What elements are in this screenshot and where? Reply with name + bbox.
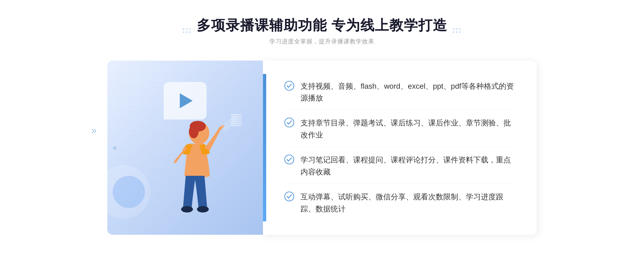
feature-item-3: 学习笔记回看、课程提问、课程评论打分、课件资料下载，重点内容收藏	[284, 149, 515, 184]
feature-text-2: 支持章节目录、弹题考试、课后练习、课后作业、章节测验、批改作业	[301, 117, 515, 141]
svg-point-6	[285, 118, 294, 127]
main-title: 多项录播课辅助功能 专为线上教学打造	[197, 16, 447, 35]
person-figure	[151, 106, 237, 235]
feature-item-1: 支持视频、音频、flash、word、excel、ppt、pdf等各种格式的资源…	[284, 75, 515, 110]
feature-item-2: 支持章节目录、弹题考试、课后练习、课后作业、章节测验、批改作业	[284, 112, 515, 147]
blue-connector-bar	[263, 74, 266, 221]
check-icon-4	[284, 192, 294, 201]
svg-point-4	[197, 206, 209, 212]
right-decorator	[453, 28, 461, 33]
content-area: « 支持视频、音频、flash、word、excel、ppt、pdf等各种格式的…	[107, 61, 537, 235]
feature-text-3: 学习笔记回看、课程提问、课程评论打分、课件资料下载，重点内容收藏	[301, 154, 515, 178]
svg-point-3	[181, 206, 193, 212]
left-decorator	[183, 28, 191, 33]
svg-point-7	[285, 155, 294, 164]
page-wrapper: 多项录播课辅助功能 专为线上教学打造 学习进度全掌握，提升录播课教学效果 »	[0, 0, 644, 261]
header-text-group: 多项录播课辅助功能 专为线上教学打造 学习进度全掌握，提升录播课教学效果	[197, 16, 447, 46]
svg-point-2	[189, 125, 199, 138]
subtitle: 学习进度全掌握，提升录播课教学效果	[197, 38, 447, 46]
svg-point-5	[285, 81, 294, 90]
check-icon-2	[284, 118, 294, 127]
page-left-chevrons: »	[91, 125, 97, 136]
feature-item-4: 互动弹幕、试听购买、微信分享、观看次数限制、学习进度跟踪、数据统计	[284, 186, 515, 221]
header: 多项录播课辅助功能 专为线上教学打造 学习进度全掌握，提升录播课教学效果	[183, 16, 461, 46]
illustration-panel: «	[107, 61, 263, 235]
illustration-chevrons: «	[113, 144, 117, 151]
svg-point-8	[285, 192, 294, 201]
deco-circle-small	[113, 176, 145, 208]
features-panel: 支持视频、音频、flash、word、excel、ppt、pdf等各种格式的资源…	[263, 61, 537, 235]
check-icon-1	[284, 81, 294, 91]
feature-text-4: 互动弹幕、试听购买、微信分享、观看次数限制、学习进度跟踪、数据统计	[301, 191, 515, 215]
check-icon-3	[284, 155, 294, 164]
feature-text-1: 支持视频、音频、flash、word、excel、ppt、pdf等各种格式的资源…	[301, 80, 515, 105]
